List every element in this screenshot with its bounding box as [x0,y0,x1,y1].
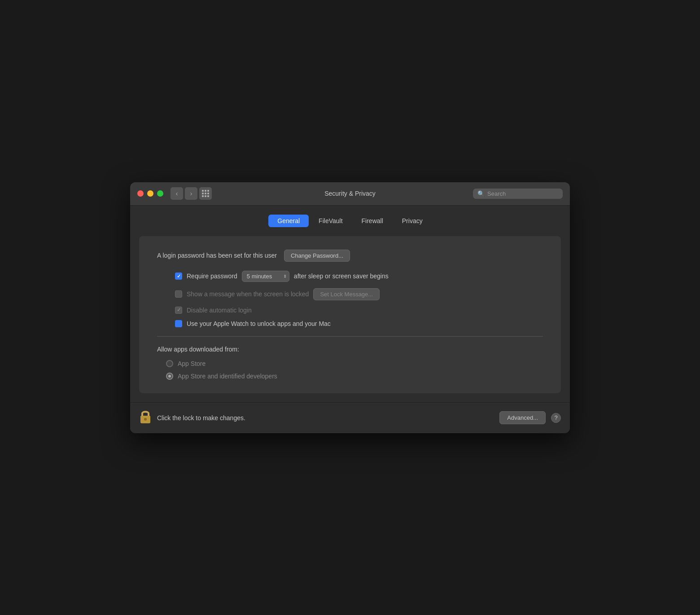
help-button[interactable]: ? [551,413,561,423]
traffic-lights [137,190,163,197]
lock-icon[interactable] [139,409,152,427]
disable-auto-login-label: Disable automatic login [187,307,252,314]
apple-watch-row: Use your Apple Watch to unlock apps and … [175,320,543,327]
require-password-label: Require password [187,272,237,280]
tabs: General FileVault Firewall Privacy [130,215,570,227]
change-password-button[interactable]: Change Password... [284,250,350,262]
password-timing-dropdown[interactable]: 5 minutes immediately 5 seconds 1 minute… [242,271,289,282]
minimize-button[interactable] [147,190,153,197]
maximize-button[interactable] [157,190,163,197]
apple-watch-checkbox[interactable] [175,320,182,327]
search-box: 🔍 [473,189,563,199]
allow-apps-title: Allow apps downloaded from: [157,346,543,353]
allow-apps-section: Allow apps downloaded from: App Store Ap… [157,346,543,380]
content-area: General FileVault Firewall Privacy A log… [130,206,570,393]
bottom-bar: Click the lock to make changes. Advanced… [130,402,570,433]
tab-privacy[interactable]: Privacy [393,215,432,227]
login-password-label: A login password has been set for this u… [157,252,277,259]
disable-auto-login-row: Disable automatic login [175,307,543,314]
app-store-developers-radio[interactable] [166,373,173,380]
close-button[interactable] [137,190,144,197]
grid-view-button[interactable] [199,187,212,200]
require-password-checkbox[interactable] [175,272,182,280]
lock-message-label: Show a message when the screen is locked [187,290,309,298]
lock-text: Click the lock to make changes. [157,414,494,422]
set-lock-message-button[interactable]: Set Lock Message... [313,288,380,300]
require-password-row: Require password 5 minutes immediately 5… [175,271,543,282]
window-title: Security & Privacy [324,190,376,197]
nav-buttons: ‹ › [171,187,197,200]
svg-point-2 [144,418,147,421]
search-input[interactable] [487,190,558,197]
radio-group: App Store App Store and identified devel… [157,360,543,380]
advanced-button[interactable]: Advanced... [499,411,546,424]
tab-filevault[interactable]: FileVault [310,215,351,227]
app-store-radio-row: App Store [166,360,543,367]
login-password-row: A login password has been set for this u… [157,250,543,262]
after-sleep-label: after sleep or screen saver begins [294,272,389,280]
lock-message-checkbox[interactable] [175,290,182,298]
app-store-developers-radio-label: App Store and identified developers [178,373,277,380]
lock-message-row: Show a message when the screen is locked… [175,288,543,300]
apple-watch-label: Use your Apple Watch to unlock apps and … [187,320,331,327]
lock-svg [139,409,152,424]
window: ‹ › Security & Privacy 🔍 General FileVau… [130,182,570,433]
titlebar: ‹ › Security & Privacy 🔍 [130,182,570,206]
tab-firewall[interactable]: Firewall [353,215,392,227]
disable-auto-login-checkbox[interactable] [175,307,182,314]
app-store-radio[interactable] [166,360,173,367]
password-timing-dropdown-wrapper: 5 minutes immediately 5 seconds 1 minute… [242,271,289,282]
options-section: Require password 5 minutes immediately 5… [157,271,543,327]
grid-icon [202,190,209,197]
app-store-radio-label: App Store [178,360,206,367]
search-icon: 🔍 [477,190,485,197]
back-button[interactable]: ‹ [171,187,183,200]
settings-panel: A login password has been set for this u… [139,236,561,393]
app-store-developers-radio-row: App Store and identified developers [166,373,543,380]
tab-general[interactable]: General [268,215,309,227]
divider [157,336,543,337]
forward-button[interactable]: › [185,187,197,200]
